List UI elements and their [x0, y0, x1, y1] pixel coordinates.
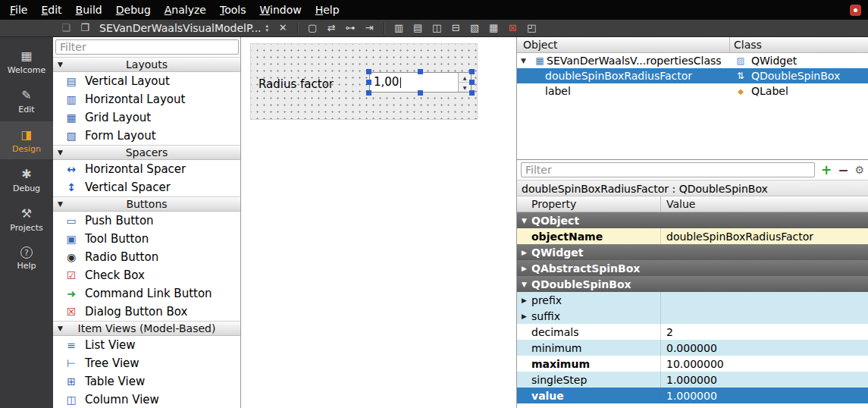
selection-handle[interactable]	[469, 69, 475, 74]
inspector-row-doublespinbox[interactable]: doubleSpinBoxRadiusFactor ⇅ QDoubleSpinB…	[517, 68, 868, 83]
mode-help[interactable]: ? Help	[0, 240, 53, 278]
column-header-property[interactable]: Property	[517, 196, 661, 212]
layout-form-icon[interactable]: ▧	[468, 20, 481, 36]
property-row-minimum[interactable]: minimum 0.000000	[517, 340, 868, 356]
menu-analyze[interactable]: Analyze	[158, 0, 213, 20]
widget-item-list-view[interactable]: ≡ List View	[53, 336, 240, 354]
property-value[interactable]: 1.000000	[666, 374, 717, 386]
expander-icon[interactable]: ▶	[517, 312, 531, 320]
qwidget-icon: ▨	[734, 55, 747, 66]
expander-icon: ▶	[517, 249, 531, 256]
property-group-qdoublespinbox[interactable]: ▼ QDoubleSpinBox	[517, 276, 868, 292]
remove-dynamic-property-icon[interactable]: −	[838, 164, 848, 177]
property-value[interactable]: 10.000000	[666, 358, 724, 370]
close-document-icon[interactable]: ✕	[276, 20, 290, 36]
break-layout-icon[interactable]: ⊠	[506, 20, 519, 36]
combo-arrows-icon[interactable]: ▴ ▾	[266, 24, 269, 33]
layout-horizontal-splitter-icon[interactable]: ◫	[430, 20, 443, 36]
layout-horizontally-icon[interactable]: ▥	[392, 20, 406, 36]
mode-projects[interactable]: ⚒ Projects	[0, 200, 53, 238]
edit-tab-order-icon[interactable]: ⇥	[362, 20, 376, 36]
property-row-maximum[interactable]: maximum 10.000000	[517, 356, 868, 372]
mode-welcome[interactable]: ▦ Welcome	[0, 42, 53, 80]
property-row-prefix[interactable]: ▶ prefix	[517, 292, 868, 308]
column-header-object[interactable]: Object	[517, 37, 730, 52]
menu-tools[interactable]: Tools	[213, 0, 253, 20]
property-value[interactable]: 0.000000	[666, 342, 717, 354]
property-name: maximum	[531, 358, 590, 370]
widget-item-command-link-button[interactable]: ➜ Command Link Button	[53, 284, 240, 303]
selection-handle[interactable]	[418, 69, 423, 74]
property-group-qwidget[interactable]: ▶ QWidget	[517, 244, 868, 260]
selection-handle[interactable]	[469, 90, 475, 96]
adjust-size-icon[interactable]: ◰	[525, 20, 538, 36]
widget-item-horizontal-layout[interactable]: ▥ Horizontal Layout	[53, 90, 240, 108]
widget-item-grid-layout[interactable]: ▦ Grid Layout	[53, 108, 240, 127]
inspector-row-label[interactable]: label ◆ QLabel	[517, 83, 868, 99]
double-spinbox[interactable]: 1,00 ▲ ▼	[369, 72, 472, 93]
property-group-qabstractspinbox[interactable]: ▶ QAbstractSpinBox	[517, 260, 868, 276]
menu-debug[interactable]: Debug	[109, 0, 158, 20]
expander-icon[interactable]: ▶	[517, 297, 531, 304]
widget-item-horizontal-spacer[interactable]: ↔ Horizontal Spacer	[53, 160, 240, 178]
add-dynamic-property-icon[interactable]: +	[821, 164, 832, 177]
widget-item-column-view[interactable]: ◫ Column View	[53, 391, 240, 408]
property-value[interactable]: 1.000000	[666, 390, 717, 402]
configure-wrench-icon[interactable]: ⚙	[854, 164, 864, 176]
notification-indicator-icon[interactable]	[850, 5, 861, 16]
menu-file[interactable]: File	[3, 0, 34, 20]
document-history-icon[interactable]: ❏	[59, 20, 73, 36]
property-filter-input[interactable]	[521, 162, 815, 177]
group-label: QWidget	[531, 246, 583, 259]
menu-help[interactable]: Help	[309, 0, 346, 20]
widget-item-tool-button[interactable]: ▣ Tool Button	[53, 230, 240, 248]
layout-vertical-splitter-icon[interactable]: ⊟	[449, 20, 462, 36]
selection-handle[interactable]	[366, 80, 371, 85]
menu-build[interactable]: Build	[69, 0, 109, 20]
inspector-row-root[interactable]: ▼ ▦ SEVanDerWaalsV...ropertiesClass ▨ QW…	[517, 53, 868, 68]
widget-item-dialog-button-box[interactable]: ☒ Dialog Button Box	[53, 303, 240, 321]
property-row-objectname[interactable]: objectName doubleSpinBoxRadiusFactor	[517, 228, 868, 244]
selection-handle[interactable]	[469, 80, 475, 85]
category-spacers[interactable]: ▼ Spacers	[53, 145, 240, 160]
selection-handle[interactable]	[366, 69, 371, 74]
mode-design[interactable]: ◨ Design	[0, 121, 53, 159]
expander-icon[interactable]: ▼	[517, 57, 533, 64]
menu-edit[interactable]: Edit	[34, 0, 68, 20]
menu-window[interactable]: Window	[252, 0, 308, 20]
widget-item-vertical-layout[interactable]: ▤ Vertical Layout	[53, 72, 240, 90]
layout-grid-icon[interactable]: ▦	[487, 20, 500, 36]
widget-item-tree-view[interactable]: ⊢ Tree View	[53, 354, 240, 372]
column-header-value[interactable]: Value	[661, 196, 868, 212]
widget-item-vertical-spacer[interactable]: ↕ Vertical Spacer	[53, 178, 240, 196]
edit-buddies-icon[interactable]: ⊶	[343, 20, 357, 36]
property-row-suffix[interactable]: ▶ suffix	[517, 308, 868, 324]
widget-item-check-box[interactable]: ☑ Check Box	[53, 266, 240, 284]
radius-factor-label[interactable]: Radius factor	[259, 77, 334, 91]
category-buttons[interactable]: ▼ Buttons	[53, 196, 240, 212]
form-widget[interactable]: Radius factor 1,00 ▲ ▼	[250, 43, 478, 120]
widget-item-push-button[interactable]: ▭ Push Button	[53, 212, 240, 230]
mode-edit[interactable]: ✎ Edit	[0, 82, 53, 120]
widget-item-form-layout[interactable]: ▧ Form Layout	[53, 127, 240, 145]
category-layouts[interactable]: ▼ Layouts	[53, 57, 240, 72]
widget-item-table-view[interactable]: ⊞ Table View	[53, 372, 240, 391]
edit-widgets-icon[interactable]: ▢	[306, 20, 319, 36]
column-header-class[interactable]: Class	[730, 37, 868, 52]
selection-handle[interactable]	[366, 90, 371, 96]
property-group-qobject[interactable]: ▼ QObject	[517, 212, 868, 228]
edit-signals-slots-icon[interactable]: ⇄	[324, 20, 338, 36]
property-row-decimals[interactable]: decimals 2	[517, 324, 868, 340]
widget-item-radio-button[interactable]: ◉ Radio Button	[53, 248, 240, 266]
expander-icon: ▼	[58, 61, 63, 68]
selection-handle[interactable]	[418, 90, 423, 96]
widget-filter-input[interactable]	[55, 39, 239, 55]
property-row-singlestep[interactable]: singleStep 1.000000	[517, 372, 868, 388]
property-value[interactable]: doubleSpinBoxRadiusFactor	[666, 231, 813, 243]
category-item-views[interactable]: ▼ Item Views (Model-Based)	[53, 321, 240, 336]
mode-debug[interactable]: ✱ Debug	[0, 161, 53, 199]
layout-vertically-icon[interactable]: ▤	[411, 20, 425, 36]
property-value[interactable]: 2	[666, 326, 673, 338]
open-document-selector[interactable]: SEVanDerWaalsVisualModelP... ▴ ▾	[97, 22, 271, 34]
property-row-value[interactable]: value 1.000000	[517, 388, 868, 403]
